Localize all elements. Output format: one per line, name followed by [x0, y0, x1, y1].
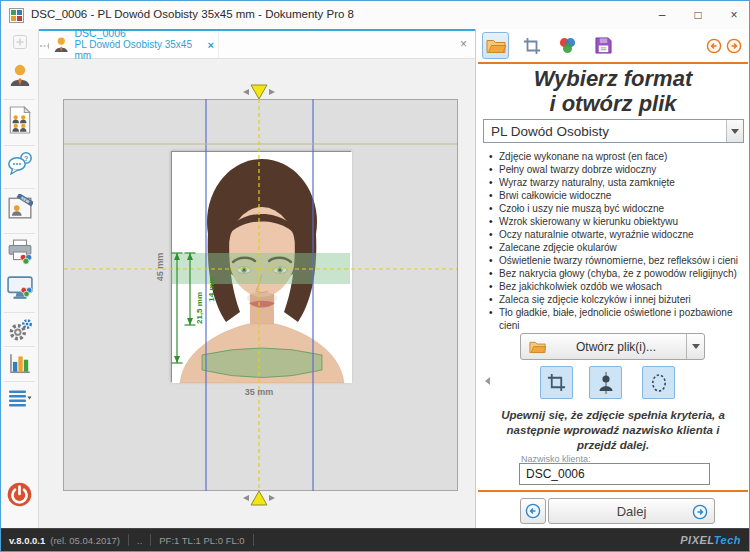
release-date: (rel. 05.04.2017): [50, 535, 120, 546]
tab-dsc-0006[interactable]: DSC_0006 PL Dowód Osobisty 35x45 mm ×: [49, 31, 219, 58]
step-colors-button[interactable]: [554, 32, 581, 59]
add-tab-icon: [13, 35, 27, 49]
sidebar-display[interactable]: [1, 275, 38, 301]
step-crop-button[interactable]: [518, 32, 545, 59]
gears-icon: [7, 318, 33, 342]
divider: [478, 62, 748, 64]
criteria-item: Tło gładkie, białe, jednolicie oświetlon…: [486, 306, 747, 332]
tab-title: DSC_0006: [75, 28, 208, 39]
color-wheel-icon: [558, 36, 577, 55]
portrait-guide-icon: [596, 372, 616, 394]
sidebar-help[interactable]: ?: [1, 151, 38, 175]
format-select-arrow[interactable]: [726, 120, 743, 142]
format-select-value: PL Dowód Osobisty: [484, 124, 726, 139]
wizard-panel: Wybierz format i otwórz plik PL Dowód Os…: [475, 29, 750, 528]
eye-chin-dimension-label: 21,5 mm: [195, 292, 204, 324]
monitor-color-icon: [7, 275, 33, 301]
bottom-crop-handle[interactable]: [243, 491, 275, 505]
client-name-input[interactable]: [519, 463, 710, 485]
criteria-list: Zdjęcie wykonane na wprost (en face) Peł…: [486, 150, 747, 332]
tool-portrait-button[interactable]: [589, 366, 622, 399]
sidebar-client[interactable]: [1, 63, 38, 87]
sidebar-print[interactable]: [1, 239, 38, 265]
tab-bar: DSC_0006 PL Dowód Osobisty 35x45 mm × ×: [39, 29, 475, 59]
user-icon: [8, 63, 32, 87]
sheet-of-photos-icon: [8, 106, 32, 134]
crop-icon: [547, 373, 566, 392]
divider: [478, 490, 748, 492]
sidebar-menu[interactable]: [1, 388, 38, 408]
format-select[interactable]: PL Dowód Osobisty: [483, 119, 744, 143]
criteria-item: Zalecane zdjęcie okularów: [486, 241, 747, 254]
step-save-button[interactable]: [590, 32, 617, 59]
criteria-item: Wyraz twarzy naturalny, usta zamknięte: [486, 176, 747, 189]
titlebar: DSC_0006 - PL Dowód Osobisty 35x45 mm - …: [1, 1, 749, 29]
photo-height-label: 45 mm: [155, 253, 165, 282]
status-counters: PF:1 TL:1 PL:0 FL:0: [159, 535, 244, 546]
tool-face-oval-button[interactable]: [642, 366, 675, 399]
history-forward-icon[interactable]: [726, 38, 742, 54]
criteria-item: Bez nakrycia głowy (chyba, że z powodów …: [486, 267, 747, 280]
photo-preview[interactable]: [171, 151, 351, 382]
next-button[interactable]: Dalej: [548, 498, 715, 524]
bar-chart-icon: [8, 352, 32, 374]
criteria-item: Oświetlenie twarzy równomierne, bez refl…: [486, 254, 747, 267]
printer-color-icon: [7, 239, 33, 265]
open-file-label: Otwórz plik(i)...: [546, 340, 686, 354]
maximize-button[interactable]: □: [691, 8, 705, 22]
criteria-item: Oczy naturalnie otwarte, wyraźnie widocz…: [486, 228, 747, 241]
step-open-file-button[interactable]: [482, 32, 509, 59]
collapse-tools-arrow-icon[interactable]: [485, 377, 490, 385]
version-text: v.8.0.0.1: [9, 535, 45, 546]
save-icon: [595, 37, 612, 54]
history-back-icon[interactable]: [706, 38, 722, 54]
open-file-dropdown-arrow[interactable]: [686, 334, 704, 359]
photo-width-label: 35 mm: [245, 387, 274, 397]
status-dots: ..: [137, 535, 142, 546]
dotted-ellipse-icon: [649, 372, 669, 394]
sidebar-print-sheet[interactable]: [1, 106, 38, 134]
app-window: DSC_0006 - PL Dowód Osobisty 35x45 mm - …: [0, 0, 750, 552]
sidebar-settings[interactable]: [1, 318, 38, 342]
back-button[interactable]: [520, 498, 546, 524]
next-button-label: Dalej: [617, 504, 647, 519]
tool-crop-button[interactable]: [540, 366, 573, 399]
panel-heading: Wybierz format i otwórz plik: [476, 66, 750, 116]
editor-canvas: 45 mm 21,5 mm 14 mm 35 mm: [39, 59, 475, 528]
criteria-item: Wzrok skierowany w kierunku obiektywu: [486, 215, 747, 228]
tab-subtitle: PL Dowód Osobisty 35x45 mm: [75, 39, 208, 61]
tabbar-close-icon[interactable]: ×: [460, 37, 467, 51]
criteria-item: Zaleca się zdjęcie kolczyków i innej biż…: [486, 293, 747, 306]
open-file-button[interactable]: Otwórz plik(i)...: [520, 333, 705, 360]
sidebar-power[interactable]: [1, 481, 38, 508]
open-folder-icon: [529, 340, 546, 354]
menu-icon: [8, 388, 32, 408]
sidebar-statistics[interactable]: [1, 352, 38, 374]
criteria-item: Pełny owal twarzy dobrze widoczny: [486, 163, 747, 176]
app-icon: [9, 8, 24, 23]
tab-person-icon: [53, 36, 70, 53]
new-photo-icon: NEW: [7, 194, 33, 220]
help-chat-icon: ?: [7, 151, 33, 175]
top-crop-handle[interactable]: [243, 85, 275, 99]
open-folder-icon: [486, 38, 506, 54]
eye-dimension-label: 14 mm: [207, 276, 216, 301]
close-button[interactable]: ×: [727, 8, 741, 22]
criteria-item: Zdjęcie wykonane na wprost (en face): [486, 150, 747, 163]
status-bar: v.8.0.0.1 (rel. 05.04.2017) .. PF:1 TL:1…: [1, 528, 749, 551]
next-arrow-icon: [692, 504, 708, 520]
back-arrow-icon: [525, 503, 541, 519]
pixeltech-logo: PIXELTech: [680, 534, 741, 546]
power-icon: [6, 481, 33, 508]
chin-zone-overlay: [172, 152, 352, 383]
minimize-button[interactable]: –: [655, 8, 669, 22]
crop-icon: [523, 37, 541, 55]
criteria-item: Brwi całkowicie widoczne: [486, 189, 747, 202]
window-title: DSC_0006 - PL Dowód Osobisty 35x45 mm - …: [31, 8, 354, 20]
sidebar-add-tab[interactable]: [1, 35, 38, 49]
sidebar: ? NEW: [1, 29, 39, 528]
tab-close-icon[interactable]: ×: [208, 39, 214, 51]
criteria-item: Bez jakichkolwiek ozdób we włosach: [486, 280, 747, 293]
instruction-text: Upewnij się, że zdjęcie spełnia kryteria…: [489, 408, 737, 453]
sidebar-new-features[interactable]: NEW: [1, 194, 38, 220]
